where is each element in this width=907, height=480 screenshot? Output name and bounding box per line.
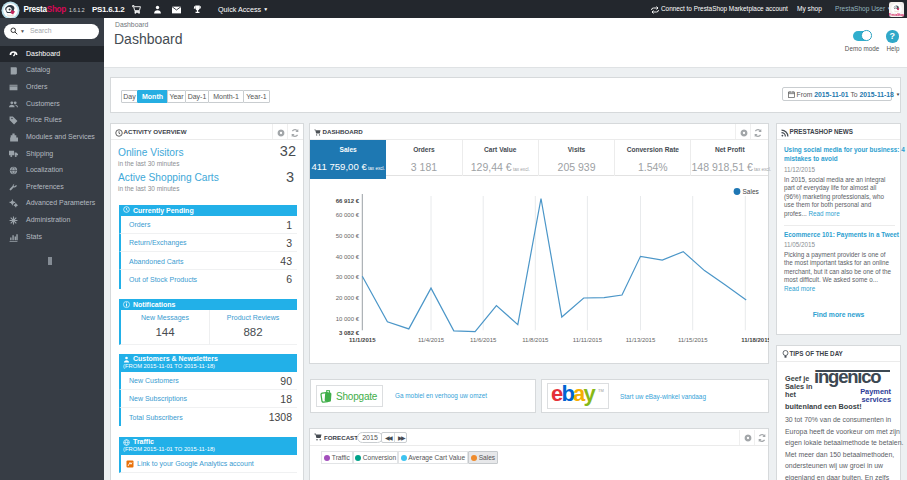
svg-text:50 000 €: 50 000 € [336, 233, 360, 239]
svg-text:11/8/2015: 11/8/2015 [522, 337, 549, 343]
svg-text:11/11/2015: 11/11/2015 [573, 337, 603, 343]
svg-text:11/15/2015: 11/15/2015 [678, 337, 708, 343]
svg-text:Sales: Sales [743, 188, 760, 195]
svg-text:40 000 €: 40 000 € [336, 254, 360, 260]
svg-text:11/13/2015: 11/13/2015 [626, 337, 656, 343]
svg-text:11/4/2015: 11/4/2015 [418, 337, 445, 343]
svg-text:11/1/2015: 11/1/2015 [349, 337, 376, 343]
svg-text:30 000 €: 30 000 € [336, 274, 360, 280]
svg-text:20 000 €: 20 000 € [336, 295, 360, 301]
svg-text:PrestaShop: PrestaShop [889, 12, 904, 16]
svg-text:11/18/2015: 11/18/2015 [741, 337, 769, 343]
svg-text:10 000 €: 10 000 € [336, 316, 360, 322]
svg-text:3 082 €: 3 082 € [339, 330, 360, 336]
svg-text:66 912 €: 66 912 € [336, 198, 360, 204]
svg-text:11/6/2015: 11/6/2015 [470, 337, 497, 343]
svg-text:60 000 €: 60 000 € [336, 212, 360, 218]
